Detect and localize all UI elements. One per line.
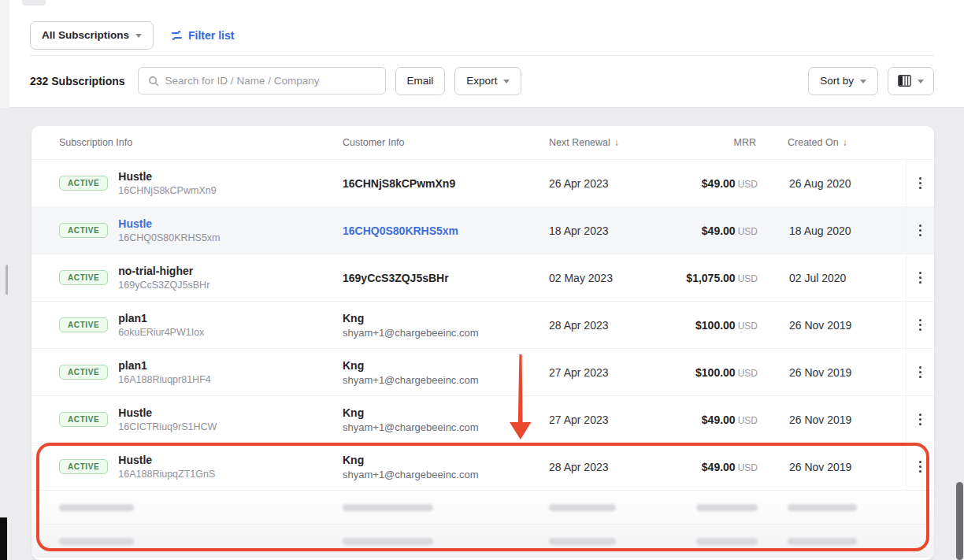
vertical-scrollbar-thumb[interactable] (956, 482, 963, 560)
kebab-dot (919, 234, 921, 236)
sort-by-dropdown-button[interactable]: Sort by (808, 67, 878, 95)
column-settings-button[interactable] (888, 67, 934, 95)
plan-name: plan1 (118, 312, 204, 325)
search-input-wrapper[interactable] (138, 67, 386, 95)
next-renewal-date: 18 Apr 2023 (549, 224, 667, 237)
created-on-date: 26 Nov 2019 (788, 461, 906, 473)
skeleton-cell (59, 534, 343, 548)
next-renewal-date: 28 Apr 2023 (549, 319, 667, 332)
customer-info-cell: Kngshyam+1@chargebeeinc.com (343, 312, 549, 339)
email-button[interactable]: Email (395, 67, 446, 95)
view-selector-dropdown[interactable]: All Subscriptions (30, 21, 154, 50)
column-header-label: Customer Info (343, 137, 405, 148)
skeleton-bar (549, 538, 616, 545)
mrr-currency: USD (738, 273, 758, 284)
table-row[interactable]: ACTIVEplan116A188Riuqpr81HF4Kngshyam+1@c… (32, 348, 934, 395)
chevron-down-icon (503, 80, 510, 83)
subscription-count: 232 Subscriptions (30, 75, 125, 87)
table-row[interactable]: ACTIVEplan16okuERiur4PW1IoxKngshyam+1@ch… (32, 301, 934, 348)
skeleton-cell (59, 500, 343, 514)
status-badge: ACTIVE (59, 459, 108, 474)
table-row[interactable]: ACTIVEno-trial-higher169yCcS3ZQJ5sBHr169… (32, 254, 934, 301)
customer-info-cell: 16CHQ0S80KRHS5xm (343, 224, 549, 237)
row-actions-cell (906, 396, 934, 443)
export-button-label: Export (466, 75, 497, 87)
mrr-amount: $49.00 (702, 461, 736, 473)
row-menu-button[interactable] (913, 362, 928, 383)
customer-info-cell: 16CHNjS8kCPwmXn9 (343, 177, 549, 190)
kebab-dot (919, 465, 921, 468)
row-menu-button[interactable] (913, 220, 928, 241)
plan-name: Hustle (118, 454, 215, 466)
loading-rows-zone (32, 490, 934, 558)
kebab-dot (919, 281, 921, 284)
status-badge: ACTIVE (59, 223, 108, 238)
customer-id-link[interactable]: 16CHQ0S80KRHS5xm (343, 224, 549, 237)
subscription-info-cell: ACTIVEno-trial-higher169yCcS3ZQJ5sBHr (59, 265, 343, 291)
kebab-dot (919, 276, 921, 279)
created-on-date: 26 Nov 2019 (788, 414, 906, 426)
sort-descending-icon: ↓ (843, 137, 847, 148)
next-renewal-date: 27 Apr 2023 (549, 366, 667, 379)
mrr-amount: $49.00 (702, 414, 736, 426)
row-menu-button[interactable] (913, 172, 928, 194)
columns-icon (898, 75, 911, 87)
subscription-id: 6okuERiur4PW1Iox (118, 327, 204, 338)
column-header-next-renewal[interactable]: Next Renewal↓ (549, 137, 667, 148)
row-actions-cell (906, 254, 934, 301)
skeleton-cell (343, 534, 549, 548)
skeleton-bar (59, 504, 134, 511)
row-menu-button[interactable] (913, 314, 928, 336)
bottom-left-artifact (0, 517, 7, 560)
table-header-row: Subscription InfoCustomer InfoNext Renew… (32, 126, 934, 159)
mrr-cell: $49.00USD (667, 414, 758, 426)
kebab-dot (919, 414, 921, 416)
search-input[interactable] (165, 75, 376, 87)
row-menu-button[interactable] (913, 267, 928, 288)
plan-name-link[interactable]: Hustle (118, 217, 220, 230)
filter-list-label: Filter list (188, 29, 234, 42)
kebab-dot (919, 376, 921, 378)
customer-info-cell: 169yCcS3ZQJ5sBHr (343, 272, 549, 284)
mrr-currency: USD (738, 179, 758, 190)
mrr-currency: USD (738, 368, 758, 379)
plan-name: Hustle (118, 170, 216, 183)
kebab-dot (919, 423, 921, 425)
chevron-down-icon (918, 80, 924, 83)
column-header-created-on[interactable]: Created On↓ (788, 137, 906, 148)
kebab-dot (919, 371, 921, 373)
skeleton-cell (549, 500, 667, 514)
subscription-info-cell: ACTIVEHustle16CICTRiuq9rS1HCW (59, 406, 343, 432)
subscription-id: 16A188Riuqpr81HF4 (118, 374, 210, 385)
table-row[interactable]: ACTIVEHustle16CHNjS8kCPwmXn916CHNjS8kCPw… (32, 159, 934, 206)
status-badge: ACTIVE (59, 365, 108, 380)
table-row[interactable]: ACTIVEHustle16A188RiupqZT1GnSKngshyam+1@… (32, 443, 934, 490)
mrr-amount: $49.00 (702, 177, 736, 190)
status-badge: ACTIVE (59, 270, 108, 285)
kebab-dot (919, 229, 921, 232)
filter-list-link[interactable]: Filter list (171, 29, 234, 42)
row-menu-button[interactable] (913, 409, 928, 430)
status-badge: ACTIVE (59, 317, 108, 332)
customer-name: Kng (343, 359, 549, 372)
export-dropdown-button[interactable]: Export (454, 67, 521, 95)
mrr-cell: $49.00USD (667, 461, 758, 473)
row-menu-button[interactable] (913, 456, 928, 477)
subscription-text: plan116A188Riuqpr81HF4 (118, 359, 210, 385)
table-row[interactable]: ACTIVEHustle16CHQ0S80KRHS5xm16CHQ0S80KRH… (32, 206, 934, 254)
customer-name: 16CHNjS8kCPwmXn9 (343, 177, 549, 190)
subscription-text: no-trial-higher169yCcS3ZQJ5sBHr (118, 265, 209, 291)
skeleton-bar (788, 504, 857, 511)
sort-descending-icon: ↓ (614, 137, 619, 148)
mrr-amount: $49.00 (702, 224, 736, 237)
skeleton-cell (788, 500, 906, 514)
row-actions-cell (906, 160, 934, 206)
view-selector-label: All Subscriptions (42, 29, 129, 41)
top-edge-artifact (22, 0, 46, 6)
left-edge-strip (0, 0, 9, 108)
next-renewal-date: 27 Apr 2023 (549, 414, 667, 426)
table-row[interactable]: ACTIVEHustle16CICTRiuq9rS1HCWKngshyam+1@… (32, 395, 934, 443)
customer-info-cell: Kngshyam+1@chargebeeinc.com (343, 359, 549, 386)
toolbar-row-secondary: 232 Subscriptions Email Export Sort by (30, 66, 934, 95)
subscriptions-table-card: Subscription InfoCustomer InfoNext Renew… (32, 126, 934, 560)
